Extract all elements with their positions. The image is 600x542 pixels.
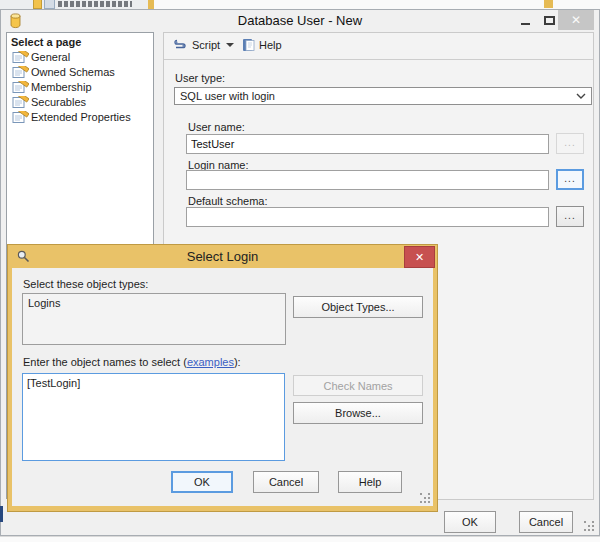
sidebar-item-label: General: [31, 51, 70, 63]
sidebar-item-extended-properties[interactable]: Extended Properties: [7, 111, 153, 125]
dialog-help-button[interactable]: Help: [338, 471, 402, 493]
user-name-browse-button[interactable]: ...: [556, 133, 584, 154]
object-names-value: [TestLogin]: [27, 377, 80, 389]
chevron-down-icon: [576, 93, 586, 100]
help-icon: [242, 38, 255, 52]
ok-button[interactable]: OK: [444, 511, 496, 533]
window-resize-grip[interactable]: [584, 521, 596, 533]
background-gold-fragment: [544, 0, 553, 8]
dialog-cancel-button[interactable]: Cancel: [253, 471, 319, 493]
maximize-button[interactable]: [539, 10, 559, 30]
object-names-label: Enter the object names to select (exampl…: [23, 356, 241, 368]
page-pencil-icon: [12, 51, 29, 64]
database-icon: [9, 13, 22, 29]
help-button[interactable]: Help: [242, 38, 282, 52]
sidebar-item-label: Securables: [31, 96, 86, 108]
sidebar-item-label: Owned Schemas: [31, 66, 115, 78]
sidebar-header: Select a page: [7, 33, 153, 50]
sidebar-item-owned-schemas[interactable]: Owned Schemas: [7, 66, 153, 80]
object-names-box[interactable]: [TestLogin]: [22, 373, 285, 461]
minimize-icon: [521, 23, 530, 25]
screen: Database User - New ✕ Select a page Gene…: [0, 0, 600, 542]
examples-link[interactable]: examples: [187, 356, 234, 368]
background-blue-fragment: [0, 506, 3, 522]
sidebar-item-securables[interactable]: Securables: [7, 96, 153, 110]
user-name-label: User name:: [188, 121, 245, 133]
default-schema-input[interactable]: [186, 207, 549, 227]
select-login-body: Select these object types: Logins Object…: [12, 268, 433, 506]
minimize-button[interactable]: [513, 10, 537, 30]
window-title: Database User - New: [71, 13, 529, 28]
sidebar-item-label: Extended Properties: [31, 111, 131, 123]
default-schema-browse-button[interactable]: ...: [556, 206, 584, 227]
cancel-button[interactable]: Cancel: [519, 511, 573, 533]
sidebar-item-membership[interactable]: Membership: [7, 81, 153, 95]
user-type-dropdown[interactable]: SQL user with login: [174, 87, 592, 105]
background-clipped-text: [58, 1, 132, 7]
toolbar: Script Help: [164, 33, 593, 60]
user-type-label: User type:: [175, 72, 225, 84]
object-types-label: Select these object types:: [23, 278, 148, 290]
script-icon: [172, 38, 188, 52]
dialog-resize-grip[interactable]: [420, 493, 432, 505]
script-dropdown-arrow-icon: [226, 43, 234, 47]
background-page-icon: [44, 0, 55, 9]
title-bar[interactable]: Database User - New ✕: [1, 10, 599, 32]
page-pencil-icon: [12, 111, 29, 124]
object-types-box[interactable]: Logins: [22, 293, 286, 345]
user-type-value: SQL user with login: [180, 90, 275, 102]
close-button[interactable]: ✕: [558, 10, 594, 30]
close-icon: ✕: [415, 251, 424, 264]
page-pencil-icon: [12, 66, 29, 79]
background-window-fragment: [0, 0, 600, 9]
select-login-title: Select Login: [68, 249, 377, 264]
close-icon: ✕: [571, 13, 581, 27]
select-login-title-bar[interactable]: Select Login ✕: [8, 245, 437, 268]
maximize-icon: [544, 16, 555, 25]
select-login-close-button[interactable]: ✕: [404, 246, 435, 268]
sidebar-item-label: Membership: [31, 81, 92, 93]
background-panel-fragment: [153, 0, 600, 9]
default-schema-label: Default schema:: [188, 195, 267, 207]
dialog-ok-button[interactable]: OK: [171, 471, 233, 493]
help-label: Help: [259, 39, 282, 51]
object-types-button[interactable]: Object Types...: [293, 296, 423, 318]
login-name-browse-button[interactable]: ...: [556, 169, 584, 190]
object-names-label-prefix: Enter the object names to select (: [23, 356, 187, 368]
script-label: Script: [192, 39, 220, 51]
page-bottom-strip: [0, 536, 600, 542]
page-pencil-icon: [12, 81, 29, 94]
object-types-value: Logins: [28, 297, 60, 309]
select-login-dialog: Select Login ✕ Select these object types…: [7, 244, 438, 512]
login-name-input[interactable]: [186, 170, 549, 190]
magnifier-icon: [17, 250, 30, 263]
check-names-button[interactable]: Check Names: [293, 375, 423, 396]
background-gold-fragment: [148, 0, 154, 9]
script-button[interactable]: Script: [172, 38, 234, 52]
user-name-input[interactable]: [186, 134, 549, 154]
sidebar-item-general[interactable]: General: [7, 51, 153, 65]
page-pencil-icon: [12, 96, 29, 109]
background-tree-icon: [33, 0, 42, 9]
browse-button[interactable]: Browse...: [293, 402, 423, 424]
object-names-label-suffix: ):: [234, 356, 241, 368]
